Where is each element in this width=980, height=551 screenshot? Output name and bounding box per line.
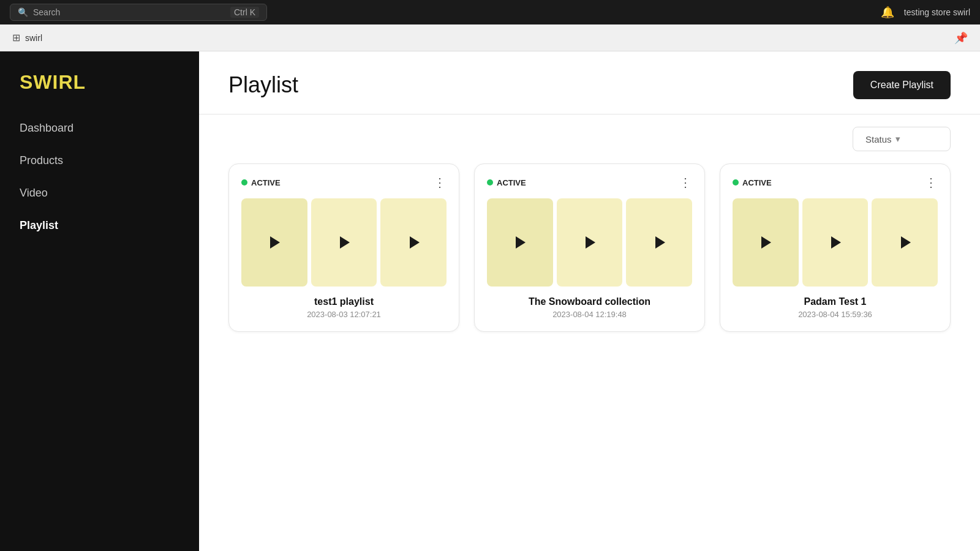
topbar-right: 🔔 testing store swirl bbox=[881, 6, 970, 19]
video-thumb-3-3 bbox=[872, 198, 938, 287]
playlist-card-2: ACTIVE ⋮ The Snowboard colle bbox=[474, 163, 705, 332]
grid-icon: ⊞ bbox=[12, 32, 20, 43]
sidebar-item-video[interactable]: Video bbox=[0, 178, 199, 208]
playlist-card-1: ACTIVE ⋮ test1 playlist bbox=[228, 163, 459, 332]
logo-text: SWIRL bbox=[20, 71, 86, 93]
page-title: Playlist bbox=[228, 72, 298, 98]
subheader-right: 📌 bbox=[954, 31, 968, 45]
page-header: Playlist Create Playlist bbox=[199, 51, 980, 114]
play-icon-1-3 bbox=[410, 236, 420, 249]
status-badge-3: ACTIVE bbox=[733, 178, 772, 187]
status-label: Status bbox=[865, 134, 892, 144]
sidebar: SWIRL Dashboard Products Video Playlist bbox=[0, 51, 199, 551]
card-header-2: ACTIVE ⋮ bbox=[487, 176, 692, 189]
video-thumb-1-1 bbox=[241, 198, 307, 287]
search-icon: 🔍 bbox=[18, 7, 28, 17]
card-footer-1: test1 playlist 2023-08-03 12:07:21 bbox=[241, 296, 447, 319]
play-icon-2-2 bbox=[586, 236, 595, 249]
topbar: 🔍 Search Ctrl K 🔔 testing store swirl bbox=[0, 0, 980, 24]
more-menu-1[interactable]: ⋮ bbox=[434, 176, 447, 189]
video-thumb-3-2 bbox=[802, 198, 869, 287]
playlist-card-3: ACTIVE ⋮ Padam Test 1 bbox=[720, 163, 951, 332]
video-thumb-2-1 bbox=[487, 198, 553, 287]
layout: SWIRL Dashboard Products Video Playlist … bbox=[0, 0, 980, 551]
play-icon-3-3 bbox=[901, 236, 911, 249]
subheader-brand: ⊞ swirl bbox=[12, 32, 42, 43]
subheader: ⊞ swirl 📌 bbox=[0, 24, 980, 51]
card-title-1: test1 playlist bbox=[241, 296, 447, 307]
store-name: testing store swirl bbox=[904, 7, 970, 17]
filter-bar: Status ▾ bbox=[199, 114, 980, 163]
play-icon-3-1 bbox=[761, 236, 771, 249]
play-icon-1-1 bbox=[270, 236, 280, 249]
play-icon-1-2 bbox=[340, 236, 350, 249]
video-thumb-2-2 bbox=[557, 198, 623, 287]
chevron-down-icon: ▾ bbox=[895, 133, 900, 144]
video-thumbnails-3 bbox=[733, 198, 938, 287]
card-footer-2: The Snowboard collection 2023-08-04 12:1… bbox=[487, 296, 692, 319]
sidebar-logo: SWIRL bbox=[0, 66, 199, 113]
playlist-grid: ACTIVE ⋮ test1 playlist bbox=[199, 163, 980, 361]
search-bar[interactable]: 🔍 Search Ctrl K bbox=[10, 4, 267, 21]
card-title-2: The Snowboard collection bbox=[487, 296, 692, 307]
active-dot-1 bbox=[241, 179, 247, 186]
card-date-3: 2023-08-04 15:59:36 bbox=[733, 310, 938, 319]
main-content: Playlist Create Playlist Status ▾ ACTIVE… bbox=[199, 51, 980, 551]
video-thumbnails-1 bbox=[241, 198, 447, 287]
card-date-1: 2023-08-03 12:07:21 bbox=[241, 310, 447, 319]
subheader-brand-name: swirl bbox=[25, 33, 42, 43]
card-date-2: 2023-08-04 12:19:48 bbox=[487, 310, 692, 319]
create-playlist-button[interactable]: Create Playlist bbox=[853, 71, 951, 99]
more-menu-2[interactable]: ⋮ bbox=[679, 176, 692, 189]
status-badge-1: ACTIVE bbox=[241, 178, 281, 187]
play-icon-2-3 bbox=[655, 236, 665, 249]
card-footer-3: Padam Test 1 2023-08-04 15:59:36 bbox=[733, 296, 938, 319]
search-shortcut: Ctrl K bbox=[230, 7, 259, 18]
sidebar-item-products[interactable]: Products bbox=[0, 146, 199, 176]
card-header-1: ACTIVE ⋮ bbox=[241, 176, 447, 189]
active-dot-2 bbox=[487, 179, 493, 186]
status-dropdown[interactable]: Status ▾ bbox=[853, 127, 951, 151]
pin-icon[interactable]: 📌 bbox=[954, 32, 968, 44]
more-menu-3[interactable]: ⋮ bbox=[925, 176, 938, 189]
search-placeholder: Search bbox=[33, 7, 60, 17]
notification-icon[interactable]: 🔔 bbox=[881, 6, 894, 19]
video-thumb-3-1 bbox=[733, 198, 799, 287]
video-thumbnails-2 bbox=[487, 198, 692, 287]
status-badge-2: ACTIVE bbox=[487, 178, 526, 187]
card-title-3: Padam Test 1 bbox=[733, 296, 938, 307]
video-thumb-1-3 bbox=[380, 198, 447, 287]
sidebar-item-playlist[interactable]: Playlist bbox=[0, 211, 199, 241]
card-header-3: ACTIVE ⋮ bbox=[733, 176, 938, 189]
sidebar-item-dashboard[interactable]: Dashboard bbox=[0, 113, 199, 143]
play-icon-3-2 bbox=[831, 236, 841, 249]
sidebar-nav: Dashboard Products Video Playlist bbox=[0, 113, 199, 241]
play-icon-2-1 bbox=[516, 236, 526, 249]
video-thumb-1-2 bbox=[311, 198, 377, 287]
video-thumb-2-3 bbox=[626, 198, 692, 287]
active-dot-3 bbox=[733, 179, 739, 186]
